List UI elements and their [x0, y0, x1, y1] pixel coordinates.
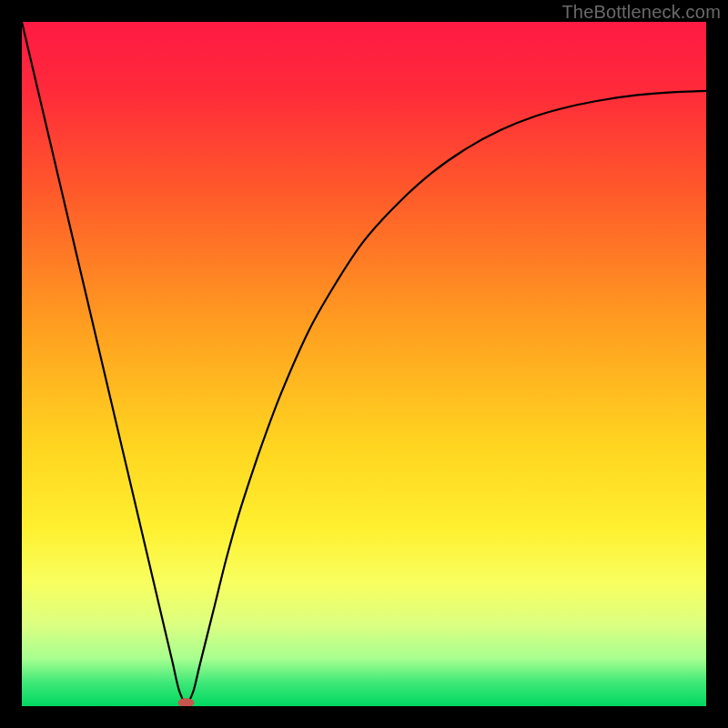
optimal-point-marker — [177, 698, 194, 706]
chart-plot — [22, 22, 706, 706]
watermark-label: TheBottleneck.com — [561, 2, 721, 23]
chart-frame — [22, 22, 706, 706]
bottleneck-curve-line — [22, 22, 706, 703]
